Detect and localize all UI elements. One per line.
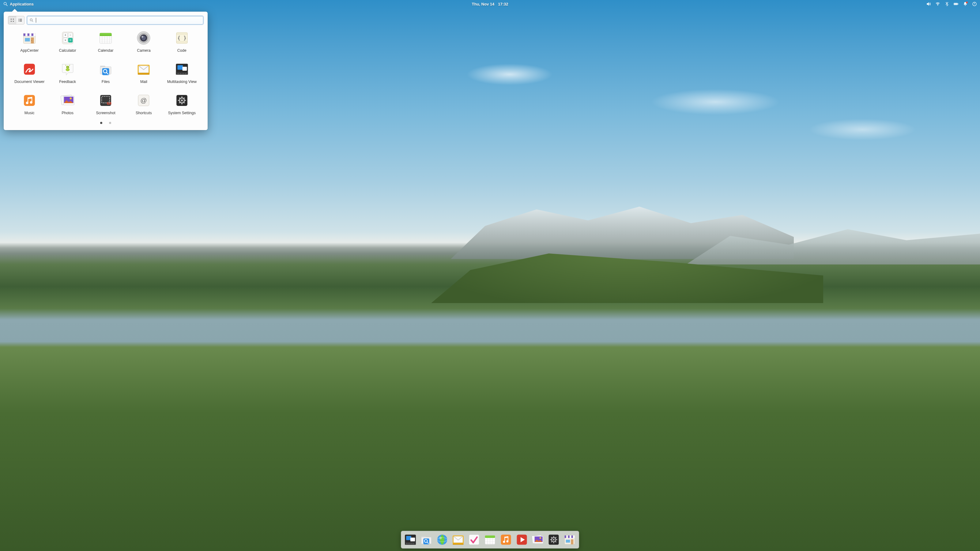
app-calendar[interactable]: Calendar — [87, 30, 125, 52]
svg-rect-154 — [568, 535, 570, 538]
svg-rect-15 — [19, 21, 20, 22]
svg-rect-24 — [29, 33, 32, 36]
app-label: Mail — [140, 79, 147, 84]
app-document-viewer[interactable]: Document Viewer — [10, 61, 48, 84]
svg-point-10 — [13, 21, 14, 22]
app-system-settings[interactable]: System Settings — [163, 92, 201, 115]
svg-line-18 — [32, 21, 33, 22]
notifications-indicator-icon[interactable] — [963, 2, 968, 6]
app-calculator[interactable]: + − × = Calculator — [48, 30, 86, 52]
clock[interactable]: Thu, Nov 14 17:32 — [472, 2, 508, 6]
dock-appcenter[interactable] — [563, 533, 576, 546]
svg-rect-26 — [33, 33, 35, 36]
app-label: Multitasking View — [167, 79, 197, 84]
svg-rect-112 — [410, 538, 415, 541]
view-grid-button[interactable] — [8, 16, 16, 24]
svg-point-134 — [506, 540, 508, 542]
dock-music[interactable] — [499, 533, 513, 546]
svg-rect-78 — [24, 95, 35, 106]
app-code[interactable]: { } Code — [163, 30, 201, 52]
dock-tasks[interactable] — [467, 533, 481, 546]
svg-line-102 — [183, 98, 185, 98]
dock-calendar[interactable] — [483, 533, 497, 546]
music-icon — [21, 92, 37, 108]
bluetooth-indicator-icon[interactable] — [945, 2, 950, 6]
applications-label: Applications — [10, 2, 34, 6]
page-dot-2[interactable] — [109, 122, 111, 124]
svg-rect-107 — [406, 543, 407, 544]
app-mail[interactable]: Mail — [125, 61, 162, 84]
applications-menu-button[interactable]: Applications — [3, 2, 34, 6]
svg-rect-14 — [20, 20, 22, 21]
svg-rect-152 — [565, 535, 566, 538]
app-screenshot[interactable]: Screenshot — [87, 92, 125, 115]
photos-icon — [60, 92, 76, 108]
svg-rect-16 — [20, 21, 22, 22]
applications-menu-header — [8, 16, 204, 24]
svg-line-1 — [6, 5, 7, 6]
notification-badge — [966, 2, 968, 3]
svg-rect-74 — [182, 73, 184, 74]
app-label: System Settings — [168, 111, 196, 115]
app-label: Photos — [62, 111, 73, 115]
svg-rect-73 — [180, 73, 181, 74]
app-multitasking[interactable]: Multitasking View — [163, 61, 201, 84]
panel-date: Thu, Nov 14 — [472, 2, 495, 6]
svg-text:=: = — [69, 38, 72, 42]
screenshot-icon — [98, 92, 114, 108]
panel-time: 17:32 — [498, 2, 508, 6]
dock-multitasking[interactable] — [404, 533, 417, 546]
svg-text:−: − — [69, 33, 72, 37]
app-shortcuts[interactable]: @ Shortcuts — [125, 92, 162, 115]
svg-rect-122 — [453, 543, 464, 545]
svg-rect-11 — [19, 19, 20, 20]
svg-line-104 — [183, 102, 185, 103]
svg-point-133 — [503, 541, 505, 543]
sound-indicator-icon[interactable] — [926, 2, 931, 6]
app-label: Document Viewer — [14, 79, 45, 84]
svg-rect-23 — [27, 33, 30, 36]
search-input[interactable] — [27, 16, 204, 24]
svg-point-142 — [553, 539, 555, 541]
dock-mail[interactable] — [452, 533, 465, 546]
svg-point-0 — [4, 2, 6, 5]
camera-icon — [136, 30, 151, 46]
view-category-button[interactable] — [16, 16, 24, 24]
svg-rect-132 — [501, 535, 511, 545]
svg-point-79 — [26, 102, 29, 104]
svg-point-17 — [30, 19, 32, 21]
dock-videos[interactable] — [515, 533, 528, 546]
svg-rect-69 — [138, 73, 150, 75]
svg-rect-153 — [566, 535, 568, 538]
app-label: Calendar — [98, 48, 114, 52]
multitasking-icon — [174, 61, 190, 77]
app-photos[interactable]: Photos — [48, 92, 86, 115]
battery-indicator-icon[interactable] — [954, 2, 959, 6]
svg-rect-21 — [24, 33, 26, 36]
dock-web[interactable] — [436, 533, 449, 546]
session-indicator-icon[interactable] — [972, 2, 977, 6]
svg-line-147 — [551, 537, 552, 538]
svg-rect-13 — [19, 20, 20, 21]
app-camera[interactable]: Camera — [125, 30, 162, 52]
app-label: Shortcuts — [136, 111, 152, 115]
svg-line-149 — [551, 541, 552, 542]
dock-photos[interactable] — [531, 533, 544, 546]
dock-system-settings[interactable] — [547, 533, 560, 546]
svg-point-9 — [11, 21, 12, 22]
network-indicator-icon[interactable] — [935, 2, 940, 6]
dock-files[interactable] — [420, 533, 433, 546]
search-field-wrapper — [27, 16, 204, 24]
svg-point-91 — [110, 103, 111, 104]
app-label: Feedback — [59, 79, 76, 84]
app-files[interactable]: Files — [87, 61, 125, 84]
svg-point-62 — [68, 67, 69, 67]
app-music[interactable]: Music — [10, 92, 48, 115]
app-feedback[interactable]: Feedback — [48, 61, 86, 84]
svg-line-103 — [179, 102, 180, 103]
page-dot-1[interactable] — [100, 122, 102, 124]
shortcuts-icon: @ — [136, 92, 151, 108]
svg-rect-159 — [571, 539, 573, 545]
svg-point-139 — [539, 537, 541, 539]
app-appcenter[interactable]: AppCenter — [10, 30, 48, 52]
